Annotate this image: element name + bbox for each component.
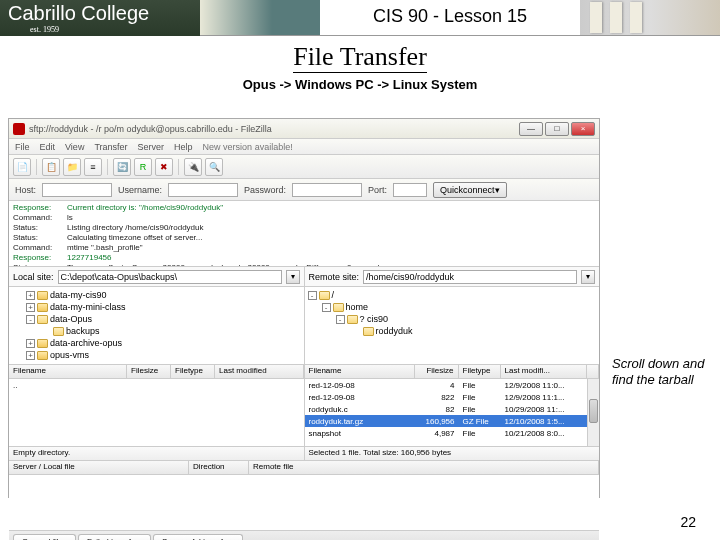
tree-toggle-icon[interactable]: +	[26, 339, 35, 348]
folder-icon	[53, 327, 64, 336]
local-file-list[interactable]: Filename Filesize Filetype Last modified…	[9, 365, 304, 446]
menu-transfer[interactable]: Transfer	[94, 142, 127, 152]
remote-site-input[interactable]	[363, 270, 577, 284]
tab-successful[interactable]: Successful transfers	[153, 534, 243, 540]
folder-icon	[319, 291, 330, 300]
folder-icon	[37, 315, 48, 324]
college-est: est. 1959	[30, 25, 59, 34]
local-site-input[interactable]	[58, 270, 282, 284]
tree-item[interactable]: -home	[308, 301, 597, 313]
tree-toggle-icon[interactable]: -	[308, 291, 317, 300]
tree-item[interactable]: -data-Opus	[12, 313, 301, 325]
tree-toggle-icon[interactable]: -	[26, 315, 35, 324]
list-item[interactable]: roddyduk.tar.gz160,956GZ File12/10/2008 …	[305, 415, 588, 427]
tree-item[interactable]: +data-my-mini-class	[12, 301, 301, 313]
window-titlebar[interactable]: sftp://roddyduk - /r po/m odyduk@opus.ca…	[9, 119, 599, 139]
folder-icon	[347, 315, 358, 324]
transfer-queue[interactable]	[9, 475, 599, 531]
toggle-log-icon[interactable]: 📋	[42, 158, 60, 176]
disconnect-icon[interactable]: 🔌	[184, 158, 202, 176]
username-input[interactable]	[168, 183, 238, 197]
toggle-queue-icon[interactable]: ≡	[84, 158, 102, 176]
tree-toggle-icon[interactable]: -	[322, 303, 331, 312]
folder-icon	[363, 327, 374, 336]
tab-failed[interactable]: Failed transfers	[78, 534, 151, 540]
tree-item-label: ? cis90	[360, 313, 389, 325]
menu-file[interactable]: File	[15, 142, 30, 152]
list-item[interactable]: snapshot4,987File10/21/2008 8:0...	[305, 427, 588, 439]
xfer-col-remote[interactable]: Remote file	[249, 461, 599, 474]
list-item[interactable]: red-12-09-08822File12/9/2008 11:1...	[305, 391, 588, 403]
queue-tabs: Queued files Failed transfers Successful…	[9, 531, 599, 540]
remote-col-filesize[interactable]: Filesize	[415, 365, 459, 378]
process-queue-icon[interactable]: R	[134, 158, 152, 176]
tree-item[interactable]: +opus-vms	[12, 349, 301, 361]
reconnect-icon[interactable]: 🔍	[205, 158, 223, 176]
remote-site-bar: Remote site: ▾	[304, 267, 600, 286]
remote-site-label: Remote site:	[309, 272, 360, 282]
tree-item[interactable]: +data-my-cis90	[12, 289, 301, 301]
refresh-icon[interactable]: 🔄	[113, 158, 131, 176]
toolbar: 📄 📋 📁 ≡ 🔄 R ✖ 🔌 🔍	[9, 155, 599, 179]
remote-tree[interactable]: -/-home-? cis90roddyduk	[304, 287, 600, 364]
menu-view[interactable]: View	[65, 142, 84, 152]
local-status: Empty directory.	[9, 447, 304, 460]
quickconnect-button[interactable]: Quickconnect ▾	[433, 182, 507, 198]
course-title: CIS 90 - Lesson 15	[320, 0, 580, 35]
remote-status: Selected 1 file. Total size: 160,956 byt…	[304, 447, 600, 460]
tree-item-label: home	[346, 301, 369, 313]
college-name: Cabrillo College	[8, 2, 149, 24]
menu-help[interactable]: Help	[174, 142, 193, 152]
tree-item-label: backups	[66, 325, 100, 337]
maximize-button[interactable]: □	[545, 122, 569, 136]
local-site-dropdown-icon[interactable]: ▾	[286, 270, 300, 284]
scrollbar-thumb[interactable]	[589, 399, 598, 423]
local-tree[interactable]: +data-my-cis90+data-my-mini-class-data-O…	[9, 287, 304, 364]
folder-icon	[37, 351, 48, 360]
site-manager-icon[interactable]: 📄	[13, 158, 31, 176]
close-button[interactable]: ×	[571, 122, 595, 136]
remote-col-filetype[interactable]: Filetype	[459, 365, 501, 378]
tree-toggle-icon[interactable]: +	[26, 351, 35, 360]
password-input[interactable]	[292, 183, 362, 197]
minimize-button[interactable]: —	[519, 122, 543, 136]
message-log[interactable]: Response:Current directory is: "/home/ci…	[9, 201, 599, 267]
menu-edit[interactable]: Edit	[40, 142, 56, 152]
tree-item[interactable]: -/	[308, 289, 597, 301]
list-item[interactable]: red-12-09-084File12/9/2008 11:0...	[305, 379, 588, 391]
tab-queued[interactable]: Queued files	[13, 534, 76, 540]
tree-toggle-icon[interactable]: -	[336, 315, 345, 324]
list-item[interactable]: roddyduk.c82File10/29/2008 11:...	[305, 403, 588, 415]
annotation-text: Scroll down and find the tarball	[612, 356, 708, 388]
toggle-tree-icon[interactable]: 📁	[63, 158, 81, 176]
local-col-modified[interactable]: Last modified	[215, 365, 304, 378]
menu-server[interactable]: Server	[138, 142, 165, 152]
local-col-filesize[interactable]: Filesize	[127, 365, 171, 378]
list-item[interactable]: ..	[9, 379, 304, 391]
remote-site-dropdown-icon[interactable]: ▾	[581, 270, 595, 284]
remote-list-scrollbar[interactable]	[587, 379, 599, 446]
port-input[interactable]	[393, 183, 427, 197]
folder-icon	[37, 339, 48, 348]
tree-toggle-icon[interactable]: +	[26, 303, 35, 312]
remote-file-list[interactable]: Filename Filesize Filetype Last modifi..…	[304, 365, 600, 446]
xfer-col-direction[interactable]: Direction	[189, 461, 249, 474]
page-title: File Transfer	[293, 42, 427, 73]
local-col-filename[interactable]: Filename	[9, 365, 127, 378]
window-title-text: sftp://roddyduk - /r po/m odyduk@opus.ca…	[29, 124, 519, 134]
local-col-filetype[interactable]: Filetype	[171, 365, 215, 378]
remote-col-filename[interactable]: Filename	[305, 365, 415, 378]
xfer-col-server[interactable]: Server / Local file	[9, 461, 189, 474]
cancel-icon[interactable]: ✖	[155, 158, 173, 176]
menu-new-version[interactable]: New version available!	[203, 142, 293, 152]
folder-icon	[37, 303, 48, 312]
remote-col-modified[interactable]: Last modifi...	[501, 365, 588, 378]
tree-toggle-icon[interactable]: +	[26, 291, 35, 300]
header-photo	[580, 0, 720, 35]
host-input[interactable]	[42, 183, 112, 197]
tree-item[interactable]: roddyduk	[308, 325, 597, 337]
tree-item[interactable]: -? cis90	[308, 313, 597, 325]
tree-item[interactable]: backups	[12, 325, 301, 337]
filezilla-icon	[13, 123, 25, 135]
tree-item[interactable]: +data-archive-opus	[12, 337, 301, 349]
